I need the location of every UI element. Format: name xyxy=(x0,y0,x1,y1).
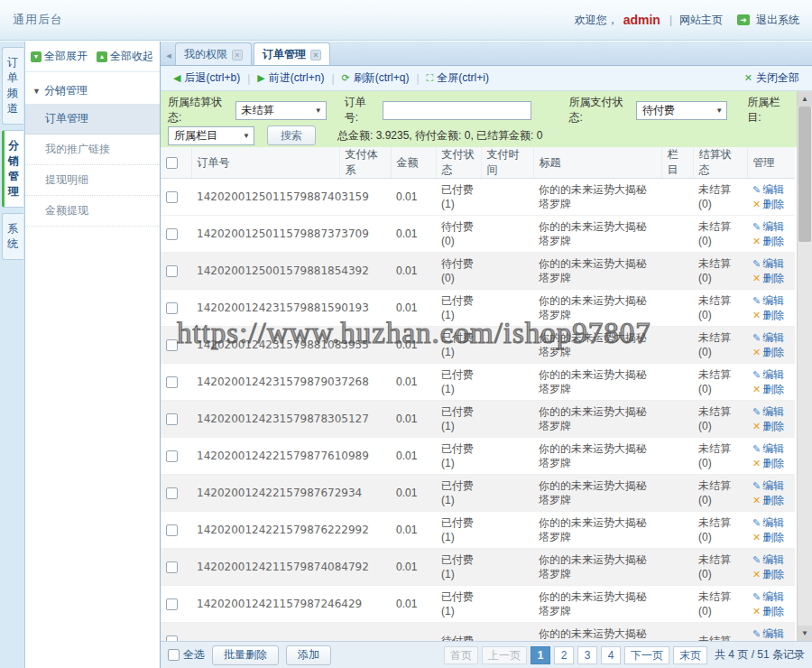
edit-link[interactable]: ✎编辑 xyxy=(752,589,789,604)
delete-link[interactable]: ✕删除 xyxy=(752,567,789,581)
pay-status-select[interactable]: 待付费▼ xyxy=(636,101,727,120)
row-checkbox[interactable] xyxy=(166,561,178,573)
select-all-checkbox[interactable] xyxy=(168,649,180,661)
first-page-button[interactable]: 首页 xyxy=(444,646,478,664)
last-page-button[interactable]: 末页 xyxy=(673,646,707,664)
row-checkbox[interactable] xyxy=(166,339,178,351)
delete-link[interactable]: ✕删除 xyxy=(752,234,789,248)
row-checkbox[interactable] xyxy=(166,302,178,314)
row-checkbox[interactable] xyxy=(166,413,178,425)
row-checkbox[interactable] xyxy=(166,265,178,277)
col-title: 标题 xyxy=(533,147,661,179)
tab-close-icon[interactable]: × xyxy=(310,50,321,60)
edit-link[interactable]: ✎编辑 xyxy=(752,552,789,567)
row-checkbox-cell xyxy=(161,401,191,438)
delete-link[interactable]: ✕删除 xyxy=(752,308,789,322)
scroll-up-button[interactable]: ▲ xyxy=(798,91,812,107)
tab-close-icon[interactable]: × xyxy=(232,50,243,60)
delete-link[interactable]: ✕删除 xyxy=(752,419,789,433)
next-page-button[interactable]: 下一页 xyxy=(624,646,669,664)
add-button[interactable]: 添加 xyxy=(286,645,331,665)
filter-row-2: 所属栏目▼ 搜索 总金额: 3.9235, 待付金额: 0, 已结算金额: 0 xyxy=(168,125,789,145)
delete-link[interactable]: ✕删除 xyxy=(752,456,789,470)
edit-link[interactable]: ✎编辑 xyxy=(752,404,789,419)
sidebar-item-1[interactable]: 订单管理 xyxy=(25,104,160,135)
delete-link[interactable]: ✕删除 xyxy=(752,271,789,285)
batch-delete-button[interactable]: 批量删除 xyxy=(212,645,279,665)
settle-count-text: (0) xyxy=(698,530,742,544)
manage-cell: ✎编辑✕删除 xyxy=(747,179,795,216)
select-all-header-checkbox[interactable] xyxy=(166,157,178,169)
vertical-scrollbar[interactable]: ▲ ▼ xyxy=(797,91,812,641)
delete-link[interactable]: ✕删除 xyxy=(752,345,789,359)
site-home-link[interactable]: 网站主页 xyxy=(679,13,723,28)
row-checkbox[interactable] xyxy=(166,487,178,499)
edit-link[interactable]: ✎编辑 xyxy=(752,330,789,345)
row-checkbox[interactable] xyxy=(166,450,178,462)
row-checkbox[interactable] xyxy=(166,228,178,240)
edit-label: 编辑 xyxy=(762,368,784,381)
pay-status-text: 已付费 xyxy=(441,441,475,456)
sidebar-item-4[interactable]: 金额提现 xyxy=(25,196,160,227)
fullscreen-button[interactable]: ⛶全屏(ctrl+i) xyxy=(421,70,494,86)
collapse-all-button[interactable]: ▲全部收起 xyxy=(97,49,153,64)
page-button-3[interactable]: 3 xyxy=(577,646,597,664)
delete-link[interactable]: ✕删除 xyxy=(752,493,789,507)
settle-status-select[interactable]: 未结算▼ xyxy=(235,101,327,120)
logout-link[interactable]: 退出系统 xyxy=(756,13,799,28)
column-select[interactable]: 所属栏目▼ xyxy=(168,126,254,145)
side-tab-1[interactable]: 订单频道 xyxy=(2,47,23,125)
edit-link[interactable]: ✎编辑 xyxy=(752,219,789,234)
pay-status-text: 已付费 xyxy=(441,293,475,308)
side-tab-3[interactable]: 系统 xyxy=(2,213,23,260)
search-button[interactable]: 搜索 xyxy=(267,125,316,145)
edit-link[interactable]: ✎编辑 xyxy=(752,515,789,530)
edit-link[interactable]: ✎编辑 xyxy=(752,256,789,271)
delete-link[interactable]: ✕删除 xyxy=(752,604,789,618)
scrollbar-track[interactable] xyxy=(798,107,812,626)
row-checkbox[interactable] xyxy=(166,376,178,388)
delete-label: 删除 xyxy=(762,383,784,395)
tab-label: 订单管理 xyxy=(263,47,306,62)
prev-page-button[interactable]: 上一页 xyxy=(482,646,527,664)
delete-link[interactable]: ✕删除 xyxy=(752,382,789,396)
tab-1[interactable]: 我的权限× xyxy=(175,42,252,65)
pay-status-cell: 已付费(1) xyxy=(436,327,481,364)
settle-status-cell: 未结算(0) xyxy=(693,253,747,290)
table-row: 14202001242315798790372680.01已付费(1)你的的未来… xyxy=(161,364,795,401)
forward-button[interactable]: ▶前进(ctrl+n) xyxy=(252,70,329,86)
order-no-input[interactable] xyxy=(383,101,531,120)
tab-2[interactable]: 订单管理× xyxy=(254,42,330,65)
edit-link[interactable]: ✎编辑 xyxy=(752,367,789,382)
page-button-1[interactable]: 1 xyxy=(531,646,550,664)
scrollbar-thumb[interactable] xyxy=(798,107,811,242)
side-tab-2[interactable]: 分销管理 xyxy=(2,130,23,208)
tree-group-distribution[interactable]: ▼分销管理 xyxy=(25,78,160,104)
select-all-control[interactable]: 全选 xyxy=(168,647,205,663)
page-button-4[interactable]: 4 xyxy=(601,646,621,664)
pay-time-cell xyxy=(481,216,533,253)
tab-scroll-left-button[interactable]: ◂ xyxy=(162,47,175,65)
close-all-button[interactable]: ✕关闭全部 xyxy=(739,70,805,86)
pay-count-text: (1) xyxy=(441,419,475,433)
col-column: 栏目 xyxy=(661,147,693,179)
row-checkbox[interactable] xyxy=(166,191,178,203)
refresh-button[interactable]: ⟳刷新(ctrl+q) xyxy=(337,70,415,86)
edit-link[interactable]: ✎编辑 xyxy=(752,478,789,493)
sidebar-item-2[interactable]: 我的推广链接 xyxy=(25,135,160,165)
row-checkbox[interactable] xyxy=(166,524,178,536)
delete-link[interactable]: ✕删除 xyxy=(752,197,789,211)
edit-link[interactable]: ✎编辑 xyxy=(752,626,789,641)
back-button[interactable]: ◀后退(ctrl+b) xyxy=(168,70,245,86)
expand-all-button[interactable]: ▼全部展开 xyxy=(31,49,88,64)
row-checkbox[interactable] xyxy=(166,598,178,610)
sidebar-item-3[interactable]: 提现明细 xyxy=(25,165,160,196)
edit-link[interactable]: ✎编辑 xyxy=(752,441,789,456)
settle-status-cell: 未结算(0) xyxy=(693,179,747,216)
edit-link[interactable]: ✎编辑 xyxy=(752,182,789,197)
delete-link[interactable]: ✕删除 xyxy=(752,530,789,544)
delete-label: 删除 xyxy=(762,309,784,321)
edit-link[interactable]: ✎编辑 xyxy=(752,293,789,308)
scroll-down-button[interactable]: ▼ xyxy=(798,626,812,641)
page-button-2[interactable]: 2 xyxy=(554,646,574,664)
